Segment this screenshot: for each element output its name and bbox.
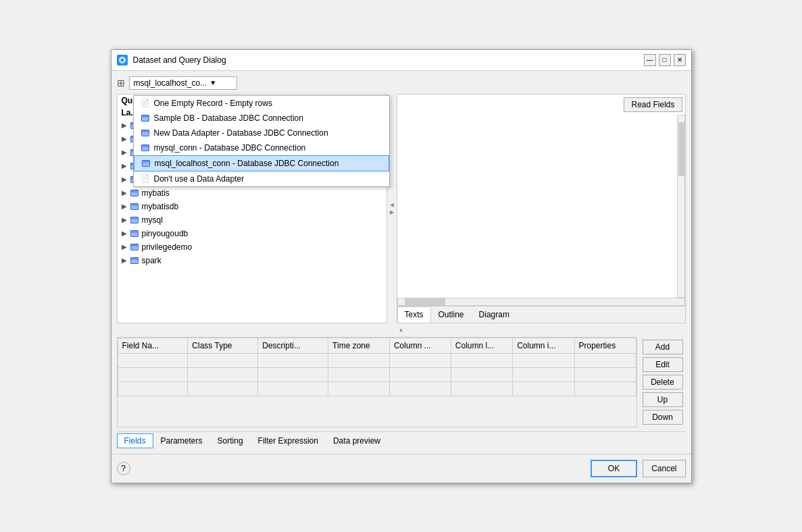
bottom-tab-parameters[interactable]: Parameters [153,433,210,448]
tree-arrow-icon: ▶ [120,216,128,223]
table-icon-privilegedemo [130,242,139,252]
bottom-tab-fields[interactable]: Fields [117,433,153,448]
tree-arrow-icon: ▶ [120,243,128,250]
dropdown-item-empty[interactable]: 📄 One Empty Record - Empty rows [134,96,389,111]
col-header-column1: Column ... [389,338,451,353]
tree-label-mysql: mysql [142,215,163,225]
col-header-classtype: Class Type [188,338,258,353]
col-header-column2: Column l... [451,338,512,353]
table-icon-spark [130,256,139,265]
field-buttons-panel: Add Edit Delete Up Down [640,337,686,427]
table-row [118,353,636,367]
tree-item-spark[interactable]: ▶ spark [118,254,386,267]
table-icon-mybatis [130,188,139,198]
footer-buttons: OK Cancel [591,460,686,477]
tree-label-spark: spark [142,256,161,265]
right-panel-content [397,115,685,298]
scrollbar-thumb-h[interactable] [405,298,445,305]
bottom-tab-filter[interactable]: Filter Expression [251,433,326,448]
tree-item-pinyougoudb[interactable]: ▶ pinyougoudb [118,227,386,240]
table-row [118,381,636,396]
scrollbar-thumb-v[interactable] [678,122,685,176]
col-header-fieldname: Field Na... [118,338,188,353]
tree-arrow-icon: ▶ [120,149,128,156]
horizontal-scrollbar[interactable] [397,298,685,306]
tree-arrow-icon: ▶ [120,176,128,183]
down-field-button[interactable]: Down [643,410,683,425]
dropdown-arrow-icon: ▼ [209,79,216,86]
dropdown-item-label: Sample DB - Database JDBC Connection [154,113,303,123]
tab-diagram[interactable]: Diagram [472,307,517,323]
dialog-body: ⊞ msql_localhost_co... ▼ 📄 One Empty Rec… [111,71,691,454]
tree-item-mysql[interactable]: ▶ mysql [118,213,386,227]
adapter-row: ⊞ msql_localhost_co... ▼ 📄 One Empty Rec… [117,76,686,90]
tree-arrow-icon: ▶ [120,189,128,196]
tab-texts[interactable]: Texts [397,307,431,323]
dropdown-item-mysql[interactable]: mysql_conn - Database JDBC Connection [134,140,389,155]
col-header-column3: Column i... [513,338,574,353]
bottom-tab-sorting[interactable]: Sorting [210,433,251,448]
minimize-button[interactable]: — [644,54,656,66]
tree-label-mybatisdb: mybatisdb [142,202,179,211]
adapter-dropdown-menu: 📄 One Empty Record - Empty rows Sample D… [133,95,390,187]
table-icon-mybatisdb [130,202,139,211]
fields-section: Field Na... Class Type Descripti... Time… [117,337,686,427]
dropdown-item-sampledb[interactable]: Sample DB - Database JDBC Connection [134,111,389,126]
tree-arrow-icon: ▶ [120,162,128,169]
dialog-window: Dataset and Query Dialog — □ ✕ ⊞ msql_lo… [111,49,692,483]
splitter-left-icon: ◀ [390,202,394,208]
grid-icon-3 [141,143,150,153]
dropdown-item-noadapter[interactable]: 📄 Don't use a Data Adapter [134,171,389,186]
tree-arrow-icon: ▶ [120,122,128,129]
tree-arrow-icon: ▶ [120,257,128,264]
table-icon-mysql [130,215,139,225]
window-controls: — □ ✕ [644,54,686,66]
up-field-button[interactable]: Up [643,392,683,407]
dropdown-item-label: One Empty Record - Empty rows [154,99,272,108]
splitter-up-icon: ▲ [399,327,404,333]
tab-outline[interactable]: Outline [431,307,472,323]
tree-arrow-icon: ▶ [120,135,128,142]
table-icon-pinyougoudb [130,229,139,238]
adapter-selected-text: msql_localhost_co... [134,78,207,88]
right-panel-toolbar: Read Fields [397,95,685,115]
title-bar: Dataset and Query Dialog — □ ✕ [111,50,691,71]
add-field-button[interactable]: Add [643,340,683,354]
dialog-title: Dataset and Query Dialog [133,55,638,65]
dropdown-item-newadapter[interactable]: New Data Adapter - Database JDBC Connect… [134,126,389,140]
grid-icon-2 [141,128,150,138]
tree-item-mybatisdb[interactable]: ▶ mybatisdb [118,200,386,213]
close-button[interactable]: ✕ [674,54,686,66]
right-panel: Read Fields Texts [397,94,686,323]
fields-table: Field Na... Class Type Descripti... Time… [118,338,636,396]
dropdown-item-label: New Data Adapter - Database JDBC Connect… [154,128,328,138]
maximize-button[interactable]: □ [659,54,671,66]
adapter-dropdown[interactable]: msql_localhost_co... ▼ [129,76,237,90]
tree-label-pinyougoudb: pinyougoudb [142,229,189,238]
tree-item-privilegedemo[interactable]: ▶ privilegedemo [118,240,386,254]
tree-item-mybatis[interactable]: ▶ mybatis [118,186,386,200]
dropdown-item-msql-selected[interactable]: msql_localhost_conn - Database JDBC Conn… [134,155,389,171]
vertical-scrollbar[interactable] [677,115,685,298]
col-header-properties: Properties [574,338,636,353]
delete-field-button[interactable]: Delete [643,375,683,390]
tree-arrow-icon: ▶ [120,203,128,210]
bottom-tabs: Fields Parameters Sorting Filter Express… [117,431,686,448]
edit-field-button[interactable]: Edit [643,357,683,372]
dropdown-item-label: mysql_conn - Database JDBC Connection [154,143,306,153]
bottom-tab-preview[interactable]: Data preview [326,433,388,448]
doc-icon-2: 📄 [141,174,150,184]
grid-icon-4 [141,159,151,168]
col-header-description: Descripti... [258,338,328,353]
ok-button[interactable]: OK [591,460,637,477]
grid-icon-1 [141,113,150,123]
tree-label-privilegedemo: privilegedemo [142,242,193,252]
cancel-button[interactable]: Cancel [643,460,685,477]
horizontal-splitter[interactable]: ▲ [117,327,686,333]
read-fields-button[interactable]: Read Fields [624,97,682,112]
fields-table-body [118,353,636,396]
help-button[interactable]: ? [117,462,130,475]
tree-arrow-icon: ▶ [120,230,128,237]
dropdown-item-label: msql_localhost_conn - Database JDBC Conn… [155,159,339,168]
app-icon [117,55,128,65]
